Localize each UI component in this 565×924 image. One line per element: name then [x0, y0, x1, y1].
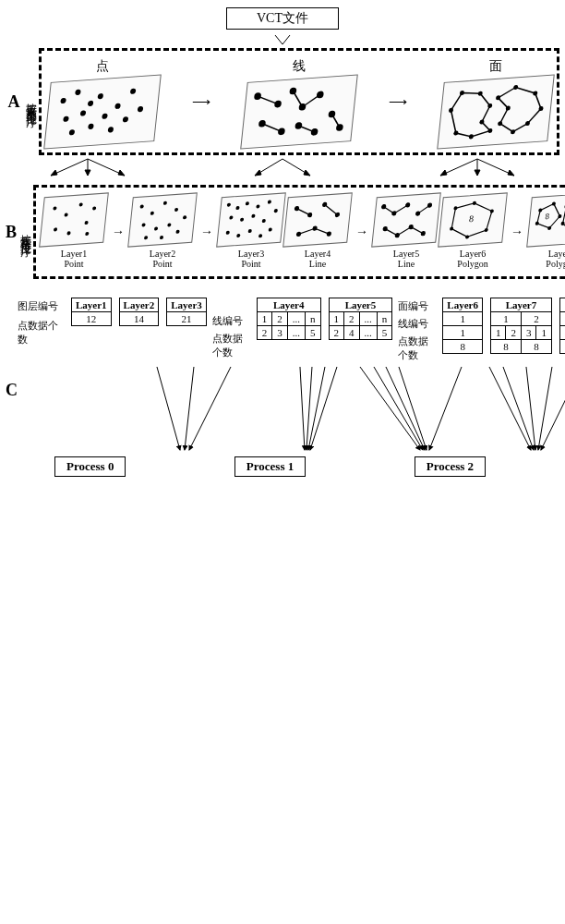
svg-point-32 — [460, 91, 465, 95]
svg-point-71 — [139, 204, 143, 208]
tile-layer6-label: Layer6Polygon — [457, 249, 487, 269]
svg-point-28 — [295, 123, 302, 128]
c-label-ptcount3: 点数据个数 — [398, 334, 437, 362]
tile-layer5 — [371, 192, 441, 247]
svg-point-94 — [248, 229, 252, 233]
tile-lines — [240, 75, 358, 150]
svg-point-8 — [114, 103, 121, 109]
svg-point-64 — [64, 213, 67, 216]
stage-B-caption: 按复杂程度排序 — [17, 185, 33, 279]
svg-point-83 — [235, 206, 239, 210]
group-polygon-label: 面 — [489, 58, 502, 75]
fan-arrows-poly — [427, 157, 528, 183]
stage-C-letter: C — [6, 381, 18, 400]
svg-point-3 — [63, 116, 69, 122]
svg-point-93 — [236, 234, 240, 237]
svg-point-7 — [88, 124, 94, 129]
table-layer2: Layer214 — [119, 298, 160, 326]
svg-line-106 — [299, 228, 316, 234]
tile-layer2-label: Layer2Point — [150, 249, 175, 269]
svg-point-5 — [97, 93, 103, 99]
svg-point-84 — [246, 201, 249, 205]
svg-point-90 — [251, 214, 255, 218]
arrow-A-line-to-poly: ⟶ — [389, 94, 407, 110]
svg-point-73 — [163, 201, 167, 205]
table-layer6: Layer6 1 1 8 — [442, 298, 483, 354]
svg-point-126 — [490, 209, 494, 213]
svg-point-127 — [485, 228, 488, 232]
table-layer5: Layer5 12...n 24...5 — [329, 298, 393, 340]
fan-arrows-point — [37, 157, 138, 183]
svg-line-99 — [296, 208, 311, 216]
svg-point-136 — [535, 222, 539, 225]
tile-layer1 — [39, 192, 109, 247]
vct-file-box: VCT文件 — [226, 7, 339, 30]
svg-point-74 — [174, 208, 178, 212]
B-point-group: Layer1Point → Layer2Point → Layer3Point — [42, 195, 283, 269]
tile-layer4-label: Layer4Line — [305, 249, 331, 269]
table-layer8: Layer8 123 11223412 7910 — [559, 298, 565, 354]
group-point: 点 — [47, 58, 158, 145]
svg-point-76 — [141, 223, 145, 226]
c-label-lineid2: 线编号 — [398, 317, 437, 331]
arrow-l1-l2: → — [112, 225, 125, 239]
arrow-l6-l7: → — [511, 225, 523, 239]
svg-point-135 — [547, 226, 551, 230]
svg-point-37 — [469, 134, 475, 139]
group-line-label: 线 — [293, 58, 306, 75]
table-layer7: Layer7 12 1231 88 — [490, 298, 552, 354]
svg-line-24 — [261, 122, 282, 133]
svg-point-75 — [183, 215, 186, 219]
stage-A-box: 点 ⟶ 线 — [39, 48, 559, 155]
process-0: Process 0 — [54, 456, 126, 477]
svg-point-92 — [226, 231, 230, 235]
svg-marker-62 — [508, 170, 514, 176]
svg-point-79 — [144, 236, 148, 239]
c-label-ptcount: 点数据个数 — [18, 319, 66, 346]
stage-A-caption: 按要素类类型排序 — [22, 48, 39, 155]
svg-line-176 — [526, 367, 535, 450]
svg-point-11 — [138, 106, 144, 112]
svg-point-14 — [255, 93, 261, 99]
tile-layer6: 8 — [438, 192, 508, 247]
svg-point-78 — [167, 223, 171, 226]
svg-point-23 — [279, 128, 285, 134]
poly-node-8-a: 8 — [469, 213, 475, 224]
svg-line-165 — [300, 367, 305, 450]
stage-B-row: B 按复杂程度排序 Layer1Point → Layer2Point → La… — [6, 185, 559, 279]
svg-point-6 — [102, 114, 108, 119]
svg-marker-50 — [85, 170, 90, 176]
svg-point-96 — [269, 227, 272, 231]
c-label-faceid: 面编号 — [398, 299, 437, 313]
svg-line-102 — [323, 203, 338, 215]
process-row: Process 0 Process 1 Process 2 Process 3 — [54, 456, 565, 477]
c-label-layerid: 图层编号 — [18, 299, 66, 313]
svg-line-112 — [394, 205, 408, 213]
svg-point-42 — [538, 106, 544, 111]
table-layer3: Layer321 — [166, 298, 207, 326]
svg-point-98 — [307, 213, 311, 216]
svg-point-13 — [69, 129, 76, 135]
arrow-l4-l5: → — [355, 225, 368, 239]
svg-point-85 — [256, 204, 259, 208]
svg-point-67 — [66, 231, 70, 235]
svg-point-4 — [80, 110, 87, 116]
svg-point-31 — [449, 108, 454, 113]
tile-layer4 — [282, 192, 353, 247]
svg-line-121 — [397, 227, 411, 236]
svg-line-120 — [384, 228, 398, 237]
table-layer4: Layer4 12...n 23...5 — [257, 298, 321, 340]
group-polygon: 面 — [440, 58, 551, 145]
svg-line-170 — [374, 367, 423, 450]
svg-point-134 — [558, 214, 561, 218]
svg-point-69 — [92, 206, 96, 210]
svg-marker-56 — [304, 170, 310, 176]
c-label-ptcount2: 点数据个数 — [212, 332, 251, 359]
svg-marker-60 — [475, 170, 480, 176]
svg-line-16 — [257, 95, 279, 106]
stage-B-box: Layer1Point → Layer2Point → Layer3Point … — [33, 185, 565, 279]
svg-point-89 — [240, 218, 244, 222]
arrow-A-pt-to-line: ⟶ — [192, 94, 210, 110]
svg-point-86 — [268, 200, 271, 203]
fan-arrows-line — [232, 157, 333, 183]
